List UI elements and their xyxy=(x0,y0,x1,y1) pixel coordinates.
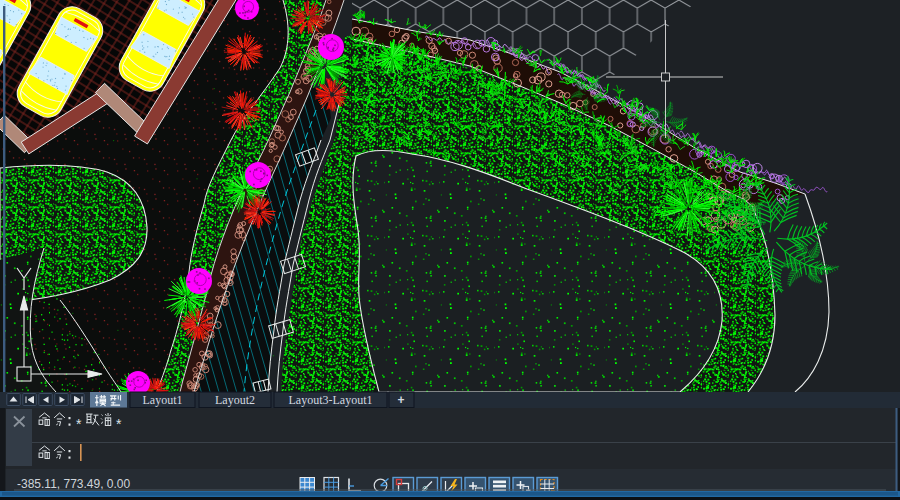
svg-text:Layout1: Layout1 xyxy=(143,393,183,407)
svg-text:Layout3-Layout1: Layout3-Layout1 xyxy=(289,393,373,407)
svg-text:Layout2: Layout2 xyxy=(215,393,255,407)
svg-text:*: * xyxy=(76,416,82,432)
svg-text:*: * xyxy=(116,416,122,432)
svg-text:-385.11, 773.49, 0.00: -385.11, 773.49, 0.00 xyxy=(17,477,131,491)
svg-text:+: + xyxy=(397,393,404,407)
